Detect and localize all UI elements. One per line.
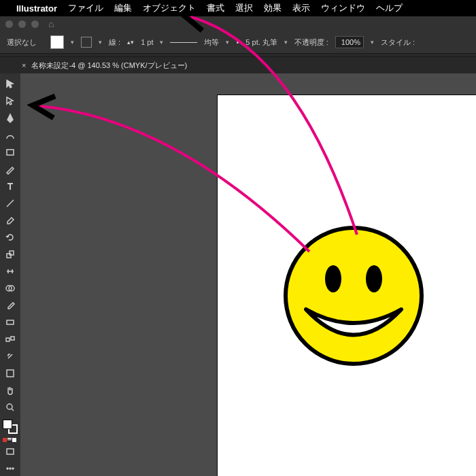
system-menubar: Illustrator ファイル 編集 オブジェクト 書式 選択 効果 表示 ウ… bbox=[0, 0, 476, 16]
tab-close-icon[interactable]: × bbox=[22, 61, 26, 69]
line-tool[interactable] bbox=[3, 197, 18, 211]
svg-rect-5 bbox=[7, 320, 14, 324]
zoom-tool[interactable] bbox=[3, 400, 18, 414]
symbol-sprayer-tool[interactable] bbox=[3, 349, 18, 363]
svg-point-9 bbox=[7, 404, 12, 409]
selection-tool[interactable] bbox=[3, 78, 18, 92]
svg-point-14 bbox=[286, 228, 422, 364]
menu-object[interactable]: オブジェクト bbox=[143, 2, 196, 14]
svg-rect-2 bbox=[10, 251, 14, 255]
menu-type[interactable]: 書式 bbox=[207, 2, 224, 14]
stroke-swatch[interactable] bbox=[81, 37, 92, 48]
align-dropdown-icon[interactable]: ▾ bbox=[226, 39, 229, 46]
svg-rect-8 bbox=[7, 370, 14, 377]
stroke-width-dropdown-icon[interactable]: ▾ bbox=[160, 39, 163, 46]
artboard-tool[interactable] bbox=[3, 366, 18, 380]
svg-rect-6 bbox=[6, 338, 10, 341]
window-zoom-dot[interactable] bbox=[31, 20, 39, 28]
brush-preset[interactable]: 5 pt. 丸筆 bbox=[245, 37, 277, 48]
stroke-dropdown-icon[interactable]: ▾ bbox=[99, 39, 102, 46]
selection-info: 選択なし bbox=[7, 37, 37, 48]
eraser-tool[interactable] bbox=[3, 214, 18, 228]
control-bar: 選択なし ▾ ▾ 線 : ▴▾ 1 pt ▾ 均等 ▾ • 5 pt. 丸筆 ▾… bbox=[0, 31, 476, 53]
scale-tool[interactable] bbox=[3, 248, 18, 262]
shape-builder-tool[interactable] bbox=[3, 281, 18, 295]
menu-file[interactable]: ファイル bbox=[68, 2, 103, 14]
tools-panel bbox=[0, 73, 20, 476]
width-tool[interactable] bbox=[3, 264, 18, 278]
brush-dropdown-icon[interactable]: ▾ bbox=[284, 39, 288, 46]
edit-toolbar-icon[interactable] bbox=[3, 462, 18, 476]
svg-point-11 bbox=[7, 468, 8, 469]
blend-tool[interactable] bbox=[3, 332, 18, 346]
svg-point-15 bbox=[325, 265, 341, 292]
direct-selection-tool[interactable] bbox=[3, 95, 18, 109]
document-tab-title[interactable]: 名称未設定-4 @ 140.53 % (CMYK/プレビュー) bbox=[31, 61, 187, 71]
menu-view[interactable]: 表示 bbox=[292, 2, 310, 14]
fill-swatch[interactable] bbox=[50, 35, 64, 49]
menu-help[interactable]: ヘルプ bbox=[376, 2, 403, 14]
svg-point-16 bbox=[366, 265, 382, 292]
svg-rect-0 bbox=[7, 150, 14, 155]
opacity-label: 不透明度 : bbox=[294, 37, 328, 48]
color-mode-swatches[interactable] bbox=[3, 438, 18, 442]
curvature-tool[interactable] bbox=[3, 129, 18, 143]
style-label: スタイル : bbox=[381, 37, 415, 48]
canvas-area[interactable] bbox=[20, 73, 476, 476]
rotate-tool[interactable] bbox=[3, 231, 18, 245]
window-titlebar: ⌂ bbox=[0, 16, 476, 31]
stroke-width[interactable]: 1 pt bbox=[141, 38, 153, 46]
menu-select[interactable]: 選択 bbox=[235, 2, 253, 14]
window-close-dot[interactable] bbox=[5, 20, 13, 28]
opacity-input[interactable] bbox=[335, 36, 364, 48]
svg-rect-7 bbox=[11, 337, 14, 340]
menu-effect[interactable]: 効果 bbox=[264, 2, 282, 14]
eyedropper-tool[interactable] bbox=[3, 298, 18, 312]
stroke-label: 線 : bbox=[109, 37, 120, 48]
opacity-dropdown-icon[interactable]: ▾ bbox=[371, 39, 374, 46]
smiley-artwork[interactable] bbox=[282, 224, 425, 367]
svg-point-12 bbox=[10, 468, 11, 469]
rectangle-tool[interactable] bbox=[3, 146, 18, 160]
type-tool[interactable] bbox=[3, 180, 18, 194]
fill-dropdown-icon[interactable]: ▾ bbox=[71, 39, 74, 46]
main-area bbox=[0, 73, 476, 476]
app-name[interactable]: Illustrator bbox=[16, 3, 57, 14]
document-tab-bar: × 名称未設定-4 @ 140.53 % (CMYK/プレビュー) bbox=[0, 57, 476, 73]
pen-tool[interactable] bbox=[3, 112, 18, 126]
brush-bullet: • bbox=[236, 38, 239, 46]
screen-mode-tool[interactable] bbox=[3, 445, 18, 459]
menu-edit[interactable]: 編集 bbox=[114, 2, 132, 14]
stroke-align[interactable]: 均等 bbox=[204, 37, 219, 48]
menu-window[interactable]: ウィンドウ bbox=[321, 2, 365, 14]
fill-box[interactable] bbox=[3, 420, 12, 429]
gradient-tool[interactable] bbox=[3, 315, 18, 329]
hand-tool[interactable] bbox=[3, 383, 18, 397]
svg-rect-1 bbox=[7, 254, 11, 258]
stroke-stepper-icon[interactable]: ▴▾ bbox=[127, 39, 134, 46]
window-minimize-dot[interactable] bbox=[18, 20, 26, 28]
home-icon[interactable]: ⌂ bbox=[48, 18, 54, 29]
svg-rect-10 bbox=[7, 449, 14, 454]
stroke-preview bbox=[170, 42, 197, 43]
svg-point-13 bbox=[12, 468, 14, 469]
paintbrush-tool[interactable] bbox=[3, 163, 18, 177]
fill-stroke-control[interactable] bbox=[3, 420, 18, 434]
artboard[interactable] bbox=[218, 95, 476, 476]
